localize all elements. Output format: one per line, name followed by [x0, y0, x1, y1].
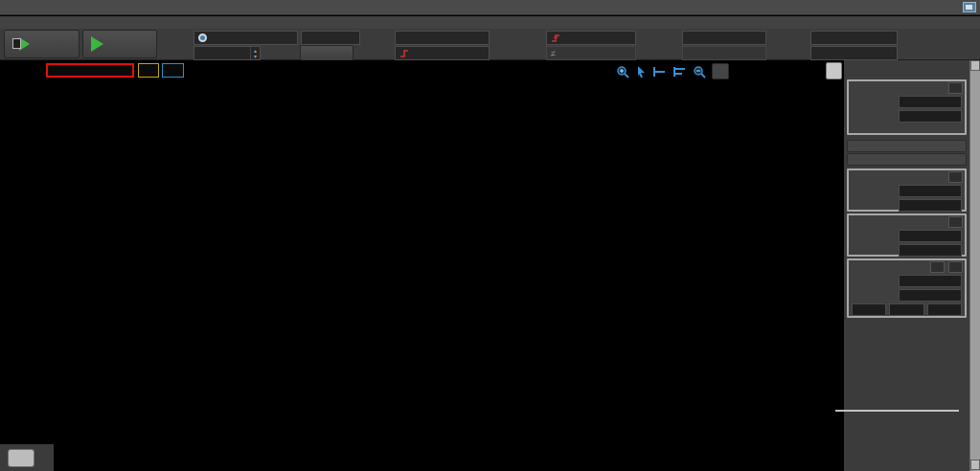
lcondition-dropdown: ≠ [546, 46, 636, 60]
plot-gear-icon[interactable] [712, 63, 729, 79]
scrollbar-thumb[interactable] [970, 460, 980, 470]
math-operand-a-dropdown[interactable] [852, 303, 886, 316]
length-input [682, 46, 766, 60]
status-badge [46, 63, 134, 78]
channel2-offset-dropdown[interactable] [899, 230, 962, 242]
window-restore-icon[interactable] [963, 2, 976, 12]
time-gear-icon[interactable] [948, 82, 963, 94]
buffer-stepper[interactable]: ▴▾ [194, 46, 261, 60]
math-operand-b-dropdown[interactable] [927, 303, 962, 316]
channel1-panel [847, 168, 967, 212]
sidebar-scrollbar[interactable] [969, 60, 980, 471]
acquisition-toolbar: ▴▾ ≠ [0, 29, 980, 60]
y-axis-button[interactable] [826, 62, 842, 79]
math-offset-dropdown[interactable] [899, 275, 962, 287]
trigger-gear-icon[interactable] [899, 45, 914, 59]
run-button[interactable] [82, 30, 157, 58]
view-tabs-bar [0, 16, 980, 29]
source-dropdown[interactable] [395, 31, 490, 45]
single-button[interactable] [4, 30, 80, 58]
rising-edge-icon [551, 34, 560, 43]
add-channel-row[interactable] [847, 153, 967, 166]
math-gear-icon[interactable] [930, 261, 945, 273]
buffer-gear-icon[interactable] [282, 46, 297, 60]
time-position-dropdown[interactable] [899, 96, 962, 108]
time-base-dropdown[interactable] [899, 110, 962, 123]
channel1-badge[interactable] [138, 63, 159, 78]
repeated-icon [198, 34, 207, 42]
auto-set-button[interactable] [300, 45, 353, 61]
channel2-badge[interactable] [162, 63, 184, 78]
y-cursor-icon[interactable] [672, 65, 687, 78]
stepper-arrows-icon[interactable]: ▴▾ [250, 47, 260, 59]
waveforms-window: ▴▾ ≠ [0, 0, 980, 471]
time-panel [847, 79, 967, 135]
single-icon [12, 36, 30, 52]
type-dropdown[interactable] [395, 46, 490, 60]
condition-dropdown[interactable] [546, 31, 636, 45]
scrollbar-up-button[interactable] [970, 60, 980, 71]
channel2-gear-icon[interactable] [948, 216, 963, 228]
channel1-offset-dropdown[interactable] [899, 185, 962, 197]
math-channel-panel [847, 258, 967, 318]
edge-icon [399, 49, 409, 58]
device-info-overlay [835, 410, 959, 412]
channel1-range-dropdown[interactable] [899, 199, 962, 212]
zoom-out-icon[interactable] [693, 65, 706, 78]
x-axis-button[interactable] [8, 449, 34, 467]
zoom-in-icon[interactable] [616, 65, 629, 78]
math-close-icon[interactable] [948, 261, 963, 273]
options-row[interactable] [847, 140, 967, 152]
add-buffer-icon[interactable] [264, 46, 280, 60]
pointer-icon[interactable] [635, 65, 647, 78]
math-range-dropdown[interactable] [899, 289, 962, 302]
run-icon [91, 36, 103, 52]
level-input[interactable] [682, 31, 766, 45]
holdoff-dropdown[interactable] [810, 46, 898, 60]
trigger-mode-dropdown[interactable] [301, 31, 360, 45]
x-cursor-icon[interactable] [652, 65, 667, 78]
menu-bar [0, 0, 980, 15]
channel2-panel [847, 213, 967, 257]
channel2-range-dropdown[interactable] [899, 244, 962, 257]
math-operator-dropdown[interactable] [889, 303, 923, 316]
scope-status-bar [0, 60, 844, 80]
channel1-gear-icon[interactable] [948, 171, 963, 183]
trigger-up-indicator-icon [927, 31, 943, 45]
hysteresis-dropdown[interactable] [810, 31, 898, 45]
mode-dropdown[interactable] [194, 31, 298, 45]
scope-canvas[interactable] [0, 80, 844, 471]
